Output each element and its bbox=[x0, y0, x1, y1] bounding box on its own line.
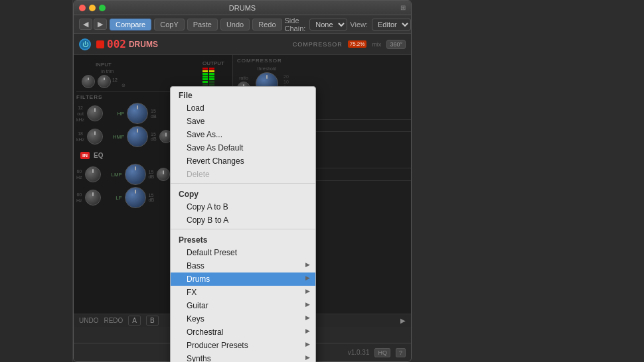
hf-freq-knob[interactable] bbox=[87, 105, 103, 121]
menu-delete[interactable]: Delete bbox=[171, 168, 315, 181]
output-meters bbox=[202, 68, 214, 88]
copy-button[interactable]: CopY bbox=[154, 19, 185, 30]
maximize-button[interactable] bbox=[99, 5, 106, 11]
hf-label: HF bbox=[106, 111, 124, 117]
minimize-button[interactable] bbox=[89, 5, 96, 11]
menu-guitar[interactable]: Guitar bbox=[171, 299, 315, 312]
preset-arrow: ▶ bbox=[400, 317, 406, 324]
menu-copy-a-to-b[interactable]: Copy A to B bbox=[171, 200, 315, 213]
window-title: DRUMS bbox=[229, 4, 256, 12]
hmf-gain-knob[interactable] bbox=[127, 126, 148, 147]
lmf-label: LMF bbox=[104, 172, 122, 178]
menu-load[interactable]: Load bbox=[171, 101, 315, 115]
menu-save[interactable]: Save bbox=[171, 115, 315, 128]
lf-gain-knob[interactable] bbox=[125, 187, 146, 208]
expand-icon[interactable]: ⊞ bbox=[400, 4, 406, 11]
view-label: View: bbox=[350, 21, 368, 29]
file-header: File bbox=[171, 87, 315, 101]
menu-producer-presets[interactable]: Producer Presets bbox=[171, 339, 315, 352]
lmf-q-knob[interactable] bbox=[157, 168, 170, 181]
redo-button[interactable]: Redo bbox=[252, 19, 282, 30]
nav-buttons: ◀ ▶ bbox=[79, 19, 107, 30]
preset-a-label[interactable]: A bbox=[128, 316, 141, 326]
compressor-pct: 75.2% bbox=[348, 40, 367, 48]
right-area bbox=[412, 0, 644, 362]
sidechain-label: Side Chain: bbox=[285, 17, 306, 32]
track-name: DRUMS bbox=[129, 40, 158, 49]
menu-save-as[interactable]: Save As... bbox=[171, 128, 315, 141]
badge-360: 360° bbox=[386, 40, 406, 49]
compare-button[interactable]: Compare bbox=[110, 19, 151, 30]
bottom-right: v1.0.31 HQ ? bbox=[348, 348, 406, 357]
lmf-freq-knob[interactable] bbox=[85, 166, 101, 182]
power-button[interactable]: ⏻ bbox=[79, 38, 91, 50]
trim-knob[interactable] bbox=[98, 75, 111, 88]
hmf-label: HMF bbox=[106, 134, 124, 140]
menu-orchestral[interactable]: Orchestral bbox=[171, 326, 315, 339]
forward-button[interactable]: ▶ bbox=[94, 19, 107, 30]
menu-default-preset[interactable]: Default Preset bbox=[171, 246, 315, 259]
orange-indicator bbox=[96, 40, 104, 48]
menu-fx[interactable]: FX bbox=[171, 286, 315, 299]
traffic-lights bbox=[79, 5, 106, 11]
view-area: View: Editor 🔗 bbox=[350, 19, 412, 30]
sidechain-area: Side Chain: None bbox=[285, 17, 348, 32]
paste-button[interactable]: Paste bbox=[187, 19, 218, 30]
preset-b-label[interactable]: B bbox=[146, 316, 159, 326]
menu-copy-b-to-a[interactable]: Copy B to A bbox=[171, 213, 315, 227]
menu-keys[interactable]: Keys bbox=[171, 312, 315, 326]
mix-label: mix bbox=[372, 41, 381, 48]
presets-header: Presets bbox=[171, 231, 315, 246]
separator-2 bbox=[171, 229, 315, 229]
preset-redo-label[interactable]: REDO bbox=[104, 317, 123, 324]
hq-badge[interactable]: HQ bbox=[374, 348, 390, 357]
view-select[interactable]: Editor bbox=[372, 19, 411, 30]
in-badge: IN bbox=[80, 152, 90, 159]
channel-header: ⏻ 002 DRUMS COMPRESSOR 75.2% mix 360° bbox=[74, 34, 411, 55]
hmf-freq-knob[interactable] bbox=[87, 129, 103, 145]
eq-label: EQ bbox=[94, 152, 103, 159]
separator-1 bbox=[171, 183, 315, 184]
menu-drums[interactable]: Drums bbox=[171, 272, 315, 286]
copy-header: Copy bbox=[171, 186, 315, 200]
left-sidebar bbox=[0, 0, 73, 362]
toolbar: ◀ ▶ Compare CopY Paste Undo Redo Side Ch… bbox=[74, 15, 411, 34]
menu-save-as-default[interactable]: Save As Default bbox=[171, 141, 315, 154]
context-menu: File Load Save Save As... Save As Defaul… bbox=[170, 86, 316, 362]
title-bar: DRUMS ⊞ bbox=[74, 1, 411, 15]
lf-freq-knob[interactable] bbox=[85, 190, 101, 206]
preset-undo-label[interactable]: UNDO bbox=[79, 317, 98, 324]
track-number: 002 bbox=[107, 38, 126, 50]
menu-revert[interactable]: Revert Changes bbox=[171, 154, 315, 168]
io-section: INPUT in trim 12 ⊘ bbox=[76, 58, 230, 88]
lmf-gain-knob[interactable] bbox=[125, 164, 146, 185]
version-text: v1.0.31 bbox=[348, 349, 370, 356]
comp-section-label: COMPRESSOR bbox=[237, 58, 282, 64]
close-button[interactable] bbox=[79, 5, 86, 11]
compressor-label: COMPRESSOR bbox=[293, 41, 343, 48]
undo-button[interactable]: Undo bbox=[220, 19, 250, 30]
hf-gain-knob[interactable] bbox=[127, 103, 148, 124]
help-badge[interactable]: ? bbox=[396, 348, 406, 357]
back-button[interactable]: ◀ bbox=[79, 19, 92, 30]
menu-synths[interactable]: Synths bbox=[171, 352, 315, 362]
menu-bass[interactable]: Bass bbox=[171, 259, 315, 272]
input-knob[interactable] bbox=[82, 75, 95, 88]
lf-label: LF bbox=[104, 195, 122, 201]
sidechain-select[interactable]: None bbox=[309, 19, 347, 30]
